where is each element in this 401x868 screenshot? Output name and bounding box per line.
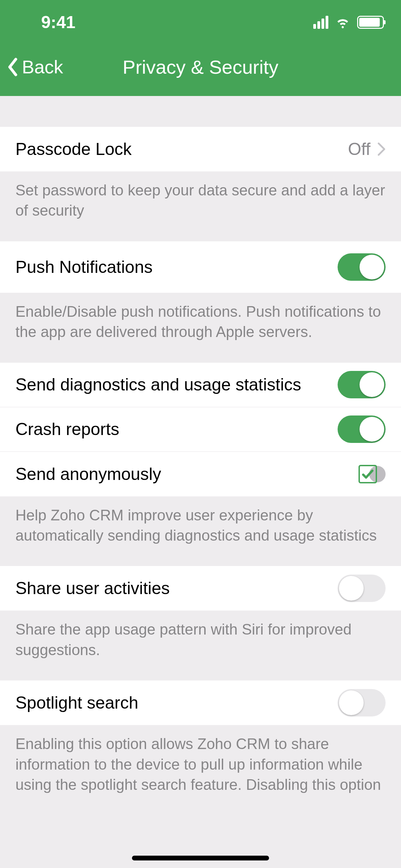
wifi-icon bbox=[335, 13, 351, 31]
push-notifications-label: Push Notifications bbox=[15, 257, 153, 277]
battery-icon bbox=[357, 16, 384, 29]
crash-reports-row: Crash reports bbox=[0, 407, 401, 452]
send-anonymously-row: Send anonymously bbox=[0, 452, 401, 496]
share-activities-label: Share user activities bbox=[15, 578, 170, 598]
push-notifications-footer: Enable/Disable push notifications. Push … bbox=[0, 293, 401, 363]
spotlight-search-row: Spotlight search bbox=[0, 680, 401, 725]
passcode-lock-label: Passcode Lock bbox=[15, 139, 132, 159]
chevron-left-icon bbox=[7, 58, 19, 76]
send-diagnostics-label: Send diagnostics and usage statistics bbox=[15, 375, 301, 395]
cellular-signal-icon bbox=[313, 16, 328, 29]
diagnostics-footer: Help Zoho CRM improve user experience by… bbox=[0, 496, 401, 566]
share-activities-footer: Share the app usage pattern with Siri fo… bbox=[0, 611, 401, 680]
push-notifications-row: Push Notifications bbox=[0, 241, 401, 293]
passcode-lock-row[interactable]: Passcode Lock Off bbox=[0, 127, 401, 171]
push-notifications-toggle[interactable] bbox=[338, 253, 386, 281]
passcode-lock-value: Off bbox=[348, 139, 386, 159]
spacer bbox=[0, 96, 401, 127]
crash-reports-label: Crash reports bbox=[15, 419, 119, 439]
share-activities-toggle[interactable] bbox=[338, 575, 386, 602]
status-time: 9:41 bbox=[41, 12, 75, 32]
send-anonymously-checkbox[interactable] bbox=[359, 465, 377, 483]
crash-reports-toggle[interactable] bbox=[338, 415, 386, 443]
spotlight-search-label: Spotlight search bbox=[15, 693, 138, 713]
check-icon bbox=[361, 467, 375, 481]
page-title: Privacy & Security bbox=[123, 56, 278, 78]
header-bar: 9:41 Back Privacy & Security bbox=[0, 0, 401, 96]
content: Passcode Lock Off Set password to keep y… bbox=[0, 96, 401, 805]
chevron-right-icon bbox=[377, 142, 386, 156]
passcode-lock-footer: Set password to keep your data secure an… bbox=[0, 171, 401, 241]
status-bar: 9:41 bbox=[0, 0, 401, 45]
home-indicator[interactable] bbox=[132, 856, 269, 860]
passcode-lock-status: Off bbox=[348, 139, 370, 159]
send-anonymously-control bbox=[359, 465, 386, 483]
spotlight-search-footer: Enabling this option allows Zoho CRM to … bbox=[0, 725, 401, 805]
spotlight-search-toggle[interactable] bbox=[338, 689, 386, 716]
share-activities-row: Share user activities bbox=[0, 566, 401, 611]
send-diagnostics-toggle[interactable] bbox=[338, 371, 386, 398]
nav-bar: Back Privacy & Security bbox=[0, 45, 401, 89]
back-label: Back bbox=[22, 56, 63, 77]
status-icons bbox=[313, 13, 384, 31]
send-anonymously-label: Send anonymously bbox=[15, 464, 161, 484]
send-diagnostics-row: Send diagnostics and usage statistics bbox=[0, 363, 401, 407]
back-button[interactable]: Back bbox=[0, 56, 63, 77]
